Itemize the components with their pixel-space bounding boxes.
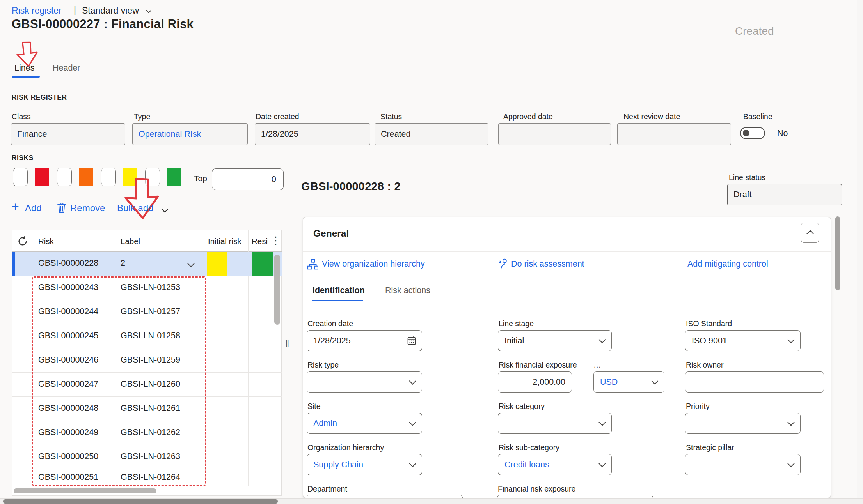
risk-sub-category-dropdown[interactable]: Credit loans [498, 454, 612, 475]
chevron-down-icon [598, 336, 606, 343]
baseline-toggle[interactable] [740, 127, 765, 139]
site-dropdown[interactable]: Admin [307, 413, 422, 434]
cell-label[interactable]: 2 [121, 258, 125, 268]
risk-owner-field[interactable] [685, 371, 824, 393]
tab-identification-underline [312, 300, 363, 301]
trash-icon [57, 202, 67, 214]
chevron-down-icon [787, 419, 794, 426]
financial-risk-exposure-field[interactable]: Credit [497, 495, 653, 498]
breadcrumb-risk-register-link[interactable]: Risk register [12, 5, 62, 16]
baseline-value: No [777, 129, 788, 138]
grid-horizontal-scrollbar[interactable] [14, 488, 156, 493]
page-horizontal-scrollbar-track[interactable] [0, 498, 863, 504]
risk-swatch-empty-3[interactable] [101, 168, 116, 186]
page-vertical-scrollbar-track[interactable] [857, 0, 863, 504]
currency-dropdown[interactable]: USD [593, 371, 664, 393]
organization-hierarchy-label: Organization hierarchy [307, 443, 384, 452]
collapse-section-button[interactable] [801, 223, 819, 243]
iso-standard-dropdown[interactable]: ISO 9001 [685, 330, 801, 351]
chevron-down-icon [787, 460, 794, 467]
chevron-up-icon [806, 230, 813, 237]
risk-swatch-empty-2[interactable] [57, 168, 72, 186]
remove-button[interactable]: Remove [70, 203, 105, 214]
site-label: Site [307, 402, 321, 411]
priority-dropdown[interactable] [685, 413, 801, 434]
bulk-add-button[interactable]: Bulk add [117, 203, 153, 214]
card-title: General [313, 228, 349, 239]
chevron-down-icon[interactable] [146, 8, 151, 13]
cell-dropdown-chevron-icon[interactable] [187, 260, 194, 267]
iso-standard-label: ISO Standard [686, 319, 732, 328]
initial-risk-swatch[interactable] [207, 252, 227, 276]
site-value[interactable]: Admin [313, 419, 337, 428]
cell-risk[interactable]: GBSI-00000228 [38, 258, 98, 268]
next-review-date-field[interactable] [617, 123, 731, 145]
column-header-risk[interactable]: Risk [38, 237, 54, 246]
breadcrumb-divider: | [74, 5, 76, 16]
creation-date-value: 1/28/2025 [313, 336, 351, 346]
risk-swatch-empty-1[interactable] [13, 168, 28, 186]
column-header-label[interactable]: Label [121, 237, 140, 246]
strategic-pillar-dropdown[interactable] [685, 454, 801, 475]
panel-splitter-handle[interactable]: ‖ [285, 338, 289, 350]
add-mitigating-control-link[interactable]: Add mitigating control [687, 259, 768, 269]
currency-value[interactable]: USD [600, 377, 618, 387]
calendar-icon[interactable] [407, 336, 417, 346]
table-row-selected[interactable]: GBSI-00000228 2 [12, 252, 282, 276]
page-horizontal-scrollbar-thumb[interactable] [3, 499, 278, 504]
panel-vertical-scrollbar[interactable] [835, 216, 840, 290]
status-field[interactable]: Created [375, 123, 488, 145]
risk-sub-category-value[interactable]: Credit loans [504, 460, 549, 470]
creation-date-field[interactable]: 1/28/2025 [307, 330, 422, 351]
line-title: GBSI-00000228 : 2 [301, 180, 401, 193]
tab-lines-underline [12, 76, 40, 78]
risk-financial-exposure-label: Risk financial exposure [499, 361, 577, 370]
risk-swatch-green[interactable] [167, 168, 181, 186]
chevron-down-icon [409, 460, 416, 467]
chevron-down-icon [409, 419, 416, 426]
refresh-icon[interactable] [17, 235, 28, 247]
risk-assessment-person-icon [497, 258, 509, 269]
type-value[interactable]: Operational RIsk [139, 129, 201, 139]
tab-risk-actions[interactable]: Risk actions [385, 286, 430, 295]
add-button[interactable]: Add [25, 203, 42, 214]
card-divider [303, 251, 831, 252]
risk-swatch-red[interactable] [35, 168, 49, 186]
column-options-kebab-icon[interactable]: ⋮ [270, 234, 281, 247]
view-selector[interactable]: Standard view [82, 5, 139, 16]
do-risk-assessment-link[interactable]: Do risk assessment [511, 259, 584, 269]
chevron-down-icon [787, 336, 794, 343]
view-org-hierarchy-link[interactable]: View organization hierarchy [322, 259, 425, 269]
type-field[interactable]: Operational RIsk [132, 123, 248, 145]
class-field[interactable]: Finance [11, 123, 125, 145]
approved-date-label: Approved date [503, 112, 553, 121]
risk-sub-category-label: Risk sub-category [499, 443, 559, 452]
organization-hierarchy-value[interactable]: Supply Chain [313, 460, 363, 470]
organization-hierarchy-dropdown[interactable]: Supply Chain [307, 454, 422, 475]
section-title-risk-register: RISK REGISTER [12, 94, 67, 102]
department-dropdown[interactable]: Logistics Fl [307, 495, 463, 498]
general-card: General View organization hierarchy Do r… [303, 217, 831, 498]
line-stage-value: Initial [504, 336, 524, 346]
risk-financial-exposure-amount-input[interactable]: 2,000.00 [498, 371, 572, 393]
grid-vertical-scrollbar[interactable] [274, 255, 280, 325]
page-title: GBSI-00000227 : Financial Risk [12, 17, 194, 31]
line-status-label: Line status [729, 173, 765, 182]
line-status-field[interactable]: Draft [727, 184, 842, 205]
risk-financial-exposure-amount: 2,000.00 [533, 377, 565, 387]
risk-type-dropdown[interactable] [307, 371, 422, 393]
residual-risk-swatch[interactable] [252, 252, 273, 276]
tab-header[interactable]: Header [53, 63, 80, 73]
chevron-down-icon [598, 460, 606, 467]
risk-swatch-orange[interactable] [79, 168, 93, 186]
column-header-initial-risk[interactable]: Initial risk [208, 237, 241, 246]
top-input[interactable]: 0 [212, 168, 284, 190]
risk-category-dropdown[interactable] [498, 413, 612, 434]
label-ellipsis: … [593, 361, 601, 370]
date-created-field[interactable]: 1/28/2025 [255, 123, 370, 145]
tab-identification[interactable]: Identification [313, 286, 365, 295]
line-stage-dropdown[interactable]: Initial [498, 330, 612, 351]
column-header-residual-risk[interactable]: Resi [252, 237, 268, 246]
approved-date-field[interactable] [498, 123, 611, 145]
annotation-rectangle-rows [32, 276, 206, 486]
